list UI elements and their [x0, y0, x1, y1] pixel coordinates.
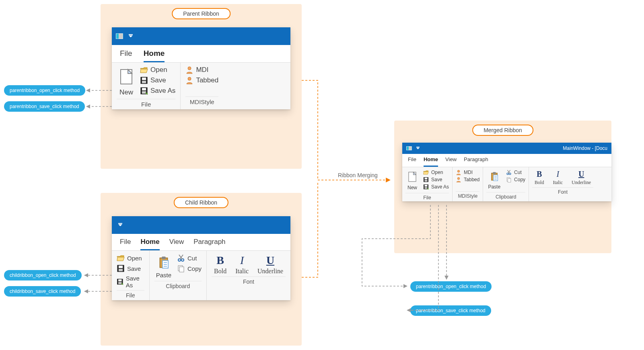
tab-home[interactable]: Home [424, 156, 438, 167]
group-file-label: File [117, 290, 144, 299]
open-button[interactable]: Open [423, 170, 449, 175]
bold-label: Bold [214, 268, 226, 275]
bold-glyph: B [537, 170, 542, 179]
underline-button[interactable]: U Underline [255, 254, 286, 275]
tab-paragraph[interactable]: Paragraph [193, 238, 225, 250]
save-icon [140, 76, 148, 84]
save-as-button[interactable]: Save As [423, 184, 449, 190]
groups: Open Save Save As File [112, 251, 290, 300]
group-file: New Open Save Save As File [402, 167, 453, 201]
tab-view[interactable]: View [445, 156, 457, 167]
open-label: Open [150, 66, 167, 74]
groups: New Open Save Save As File MDI Tabbed x [402, 167, 611, 201]
group-file-label: File [117, 99, 175, 108]
new-button[interactable]: New [405, 170, 419, 191]
mdi-button[interactable]: MDI [456, 170, 479, 175]
cut-button[interactable]: Cut [177, 254, 202, 262]
group-file-label: File [405, 193, 449, 201]
new-file-icon [407, 170, 418, 183]
bold-glyph: B [216, 254, 224, 267]
title-bar [112, 216, 290, 234]
tab-paragraph[interactable]: Paragraph [464, 156, 488, 167]
group-file: Open Save Save As File [112, 251, 150, 300]
group-clipboard-label: Clipboard [154, 281, 202, 289]
italic-button[interactable]: I Italic [233, 254, 251, 275]
title-bar: MainWindow - [Docu [402, 143, 611, 154]
bold-button[interactable]: B Bold [212, 254, 229, 275]
new-button[interactable]: New [117, 66, 136, 97]
paste-label: Paste [156, 272, 171, 278]
save-icon [423, 177, 429, 182]
group-font-label: Font [532, 187, 593, 195]
open-button[interactable]: Open [117, 254, 144, 262]
tabbed-button[interactable]: Tabbed [456, 177, 479, 182]
save-as-label: Save As [431, 184, 449, 190]
underline-glyph: U [578, 170, 584, 179]
tab-view[interactable]: View [169, 238, 184, 250]
tabbed-label: Tabbed [196, 76, 218, 84]
child-panel-label: Child Ribbon [174, 197, 228, 208]
qat-dropdown-icon[interactable] [416, 147, 420, 149]
italic-label: Italic [235, 268, 249, 275]
save-as-icon [117, 278, 123, 286]
save-as-label: Save As [150, 87, 175, 95]
new-label: New [119, 88, 133, 96]
italic-glyph: I [240, 254, 244, 267]
cut-button[interactable]: Cut [506, 170, 525, 175]
tab-home[interactable]: Home [144, 49, 165, 62]
tabbed-button[interactable]: Tabbed [185, 76, 218, 84]
save-button[interactable]: Save [117, 264, 144, 272]
tab-file[interactable]: File [120, 238, 131, 250]
group-mdi-label: MDIStyle [185, 96, 218, 105]
qat-dropdown-icon[interactable] [129, 35, 133, 37]
copy-button[interactable]: Copy [177, 264, 202, 272]
open-label: Open [127, 255, 142, 262]
person-icon [185, 66, 193, 74]
group-font-label: Font [212, 276, 286, 285]
tab-file[interactable]: File [408, 156, 416, 167]
italic-glyph: I [556, 170, 559, 179]
underline-button[interactable]: UUnderline [569, 170, 593, 186]
parent-ribbon-window: File Home New Open [112, 27, 290, 109]
app-icon [406, 146, 412, 150]
group-mdi-label: MDIStyle [456, 191, 479, 199]
save-button[interactable]: Save [140, 76, 175, 84]
person-icon [185, 76, 193, 84]
save-as-button[interactable]: Save As [117, 275, 144, 289]
child-save-method-pill: childribbon_save_click method [4, 286, 81, 297]
cut-icon [177, 254, 185, 262]
open-button[interactable]: Open [140, 66, 175, 74]
save-button[interactable]: Save [423, 177, 449, 182]
tab-home[interactable]: Home [140, 238, 159, 250]
parent-panel-label: Parent Ribbon [172, 8, 230, 19]
mdi-label: MDI [196, 66, 208, 74]
qat-dropdown-icon[interactable] [118, 224, 122, 226]
merged-ribbon-window: MainWindow - [Docu File Home View Paragr… [402, 143, 611, 201]
merged-save-method-pill: parentribbon_save_click method [410, 305, 491, 316]
mdi-button[interactable]: MDI [185, 66, 218, 74]
parent-open-method-pill: parentribbon_open_click method [4, 85, 85, 96]
save-as-icon [423, 184, 429, 190]
italic-button[interactable]: IItalic [550, 170, 565, 186]
copy-button[interactable]: Copy [506, 177, 525, 182]
merge-label: Ribbon Merging [338, 172, 378, 178]
save-label: Save [431, 177, 442, 182]
cut-label: Cut [514, 170, 522, 175]
underline-label: Underline [572, 180, 591, 186]
person-icon [456, 177, 461, 182]
paste-icon [490, 170, 499, 182]
new-file-icon [118, 67, 134, 87]
paste-label: Paste [488, 184, 500, 190]
paste-button[interactable]: Paste [154, 254, 173, 279]
tabbed-label: Tabbed [464, 177, 479, 182]
folder-open-icon [117, 254, 125, 262]
merged-panel-label: Merged Ribbon [472, 125, 533, 136]
copy-icon [177, 264, 185, 272]
tab-file[interactable]: File [120, 49, 132, 62]
paste-button[interactable]: Paste [486, 170, 502, 190]
save-as-button[interactable]: Save As [140, 87, 175, 95]
bold-label: Bold [535, 180, 544, 186]
save-label: Save [150, 76, 166, 84]
bold-button[interactable]: BBold [532, 170, 546, 186]
tab-row: File Home [112, 45, 290, 63]
